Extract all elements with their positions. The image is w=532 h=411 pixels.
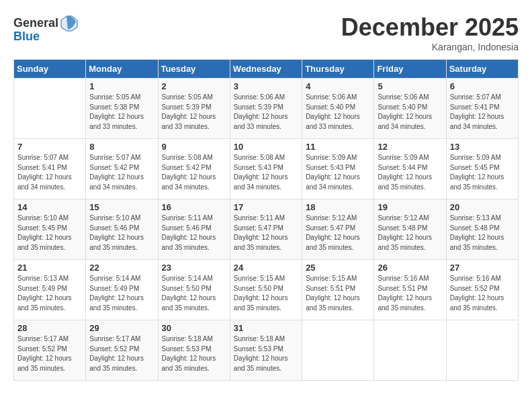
logo-general-text: General — [13, 16, 58, 30]
calendar-week-row: 21Sunrise: 5:13 AM Sunset: 5:49 PM Dayli… — [14, 260, 519, 320]
day-info: Sunrise: 5:09 AM Sunset: 5:45 PM Dayligh… — [450, 153, 515, 192]
calendar-cell — [302, 320, 374, 381]
day-number: 29 — [89, 323, 154, 333]
day-number: 13 — [450, 142, 515, 152]
page-header: General Blue December 2025 Karangan, Ind… — [13, 13, 519, 52]
day-info: Sunrise: 5:05 AM Sunset: 5:39 PM Dayligh… — [162, 93, 226, 132]
day-info: Sunrise: 5:17 AM Sunset: 5:52 PM Dayligh… — [17, 334, 82, 373]
day-info: Sunrise: 5:06 AM Sunset: 5:40 PM Dayligh… — [306, 93, 370, 132]
calendar-cell: 28Sunrise: 5:17 AM Sunset: 5:52 PM Dayli… — [14, 320, 86, 381]
calendar-cell: 7Sunrise: 5:07 AM Sunset: 5:41 PM Daylig… — [14, 139, 86, 199]
day-number: 26 — [378, 263, 442, 273]
day-number: 11 — [306, 142, 370, 152]
calendar-cell: 20Sunrise: 5:13 AM Sunset: 5:48 PM Dayli… — [446, 199, 518, 260]
calendar-cell: 12Sunrise: 5:09 AM Sunset: 5:44 PM Dayli… — [374, 139, 446, 199]
day-number: 3 — [234, 81, 298, 91]
calendar-week-row: 7Sunrise: 5:07 AM Sunset: 5:41 PM Daylig… — [14, 139, 519, 199]
day-info: Sunrise: 5:07 AM Sunset: 5:42 PM Dayligh… — [89, 153, 154, 192]
day-number: 10 — [234, 142, 298, 152]
calendar-table: SundayMondayTuesdayWednesdayThursdayFrid… — [13, 59, 519, 381]
day-number: 27 — [450, 263, 515, 273]
calendar-cell: 3Sunrise: 5:06 AM Sunset: 5:39 PM Daylig… — [230, 79, 302, 139]
weekday-header-row: SundayMondayTuesdayWednesdayThursdayFrid… — [14, 60, 519, 79]
calendar-cell: 5Sunrise: 5:06 AM Sunset: 5:40 PM Daylig… — [374, 79, 446, 139]
calendar-cell — [374, 320, 446, 381]
day-number: 21 — [17, 263, 82, 273]
calendar-cell: 29Sunrise: 5:17 AM Sunset: 5:52 PM Dayli… — [86, 320, 158, 381]
day-number: 4 — [306, 81, 370, 91]
day-info: Sunrise: 5:06 AM Sunset: 5:40 PM Dayligh… — [378, 93, 442, 132]
day-number: 23 — [162, 263, 226, 273]
day-number: 5 — [378, 81, 442, 91]
logo: General Blue — [13, 13, 79, 44]
day-info: Sunrise: 5:15 AM Sunset: 5:51 PM Dayligh… — [306, 274, 370, 313]
day-info: Sunrise: 5:10 AM Sunset: 5:45 PM Dayligh… — [17, 214, 82, 253]
day-number: 17 — [234, 202, 298, 212]
calendar-body: 1Sunrise: 5:05 AM Sunset: 5:38 PM Daylig… — [14, 79, 519, 381]
day-info: Sunrise: 5:13 AM Sunset: 5:48 PM Dayligh… — [450, 214, 515, 253]
calendar-cell: 23Sunrise: 5:14 AM Sunset: 5:50 PM Dayli… — [158, 260, 230, 320]
day-number: 14 — [17, 202, 82, 212]
calendar-cell — [14, 79, 86, 139]
day-number: 30 — [162, 323, 226, 333]
location: Karangan, Indonesia — [341, 42, 519, 52]
calendar-cell: 22Sunrise: 5:14 AM Sunset: 5:49 PM Dayli… — [86, 260, 158, 320]
day-info: Sunrise: 5:09 AM Sunset: 5:44 PM Dayligh… — [378, 153, 442, 192]
logo-icon — [60, 13, 79, 32]
day-number: 16 — [162, 202, 226, 212]
weekday-header-cell: Monday — [86, 60, 158, 79]
day-info: Sunrise: 5:08 AM Sunset: 5:43 PM Dayligh… — [234, 153, 298, 192]
day-number: 31 — [234, 323, 298, 333]
day-info: Sunrise: 5:14 AM Sunset: 5:50 PM Dayligh… — [162, 274, 226, 313]
calendar-cell: 14Sunrise: 5:10 AM Sunset: 5:45 PM Dayli… — [14, 199, 86, 260]
calendar-cell: 16Sunrise: 5:11 AM Sunset: 5:46 PM Dayli… — [158, 199, 230, 260]
day-info: Sunrise: 5:14 AM Sunset: 5:49 PM Dayligh… — [89, 274, 154, 313]
day-number: 7 — [17, 142, 82, 152]
day-info: Sunrise: 5:06 AM Sunset: 5:39 PM Dayligh… — [234, 93, 298, 132]
title-block: December 2025 Karangan, Indonesia — [341, 13, 519, 52]
day-info: Sunrise: 5:11 AM Sunset: 5:47 PM Dayligh… — [234, 214, 298, 253]
calendar-cell: 10Sunrise: 5:08 AM Sunset: 5:43 PM Dayli… — [230, 139, 302, 199]
calendar-cell: 21Sunrise: 5:13 AM Sunset: 5:49 PM Dayli… — [14, 260, 86, 320]
day-number: 18 — [306, 202, 370, 212]
day-info: Sunrise: 5:09 AM Sunset: 5:43 PM Dayligh… — [306, 153, 370, 192]
day-number: 20 — [450, 202, 515, 212]
calendar-cell: 30Sunrise: 5:18 AM Sunset: 5:53 PM Dayli… — [158, 320, 230, 381]
day-number: 22 — [89, 263, 154, 273]
day-info: Sunrise: 5:07 AM Sunset: 5:41 PM Dayligh… — [450, 93, 515, 132]
day-info: Sunrise: 5:16 AM Sunset: 5:52 PM Dayligh… — [450, 274, 515, 313]
weekday-header-cell: Wednesday — [230, 60, 302, 79]
calendar-cell — [446, 320, 518, 381]
calendar-cell: 25Sunrise: 5:15 AM Sunset: 5:51 PM Dayli… — [302, 260, 374, 320]
day-number: 25 — [306, 263, 370, 273]
day-info: Sunrise: 5:07 AM Sunset: 5:41 PM Dayligh… — [17, 153, 82, 192]
weekday-header-cell: Saturday — [446, 60, 518, 79]
day-info: Sunrise: 5:15 AM Sunset: 5:50 PM Dayligh… — [234, 274, 298, 313]
weekday-header-cell: Thursday — [302, 60, 374, 79]
calendar-cell: 27Sunrise: 5:16 AM Sunset: 5:52 PM Dayli… — [446, 260, 518, 320]
calendar-cell: 4Sunrise: 5:06 AM Sunset: 5:40 PM Daylig… — [302, 79, 374, 139]
calendar-week-row: 28Sunrise: 5:17 AM Sunset: 5:52 PM Dayli… — [14, 320, 519, 381]
calendar-cell: 24Sunrise: 5:15 AM Sunset: 5:50 PM Dayli… — [230, 260, 302, 320]
weekday-header-cell: Sunday — [14, 60, 86, 79]
day-number: 9 — [162, 142, 226, 152]
day-info: Sunrise: 5:10 AM Sunset: 5:46 PM Dayligh… — [89, 214, 154, 253]
day-info: Sunrise: 5:17 AM Sunset: 5:52 PM Dayligh… — [89, 334, 154, 373]
day-info: Sunrise: 5:12 AM Sunset: 5:47 PM Dayligh… — [306, 214, 370, 253]
calendar-cell: 8Sunrise: 5:07 AM Sunset: 5:42 PM Daylig… — [86, 139, 158, 199]
day-number: 15 — [89, 202, 154, 212]
weekday-header-cell: Friday — [374, 60, 446, 79]
calendar-cell: 11Sunrise: 5:09 AM Sunset: 5:43 PM Dayli… — [302, 139, 374, 199]
calendar-cell: 13Sunrise: 5:09 AM Sunset: 5:45 PM Dayli… — [446, 139, 518, 199]
day-info: Sunrise: 5:13 AM Sunset: 5:49 PM Dayligh… — [17, 274, 82, 313]
day-number: 1 — [89, 81, 154, 91]
weekday-header-cell: Tuesday — [158, 60, 230, 79]
calendar-cell: 9Sunrise: 5:08 AM Sunset: 5:42 PM Daylig… — [158, 139, 230, 199]
month-title: December 2025 — [341, 13, 519, 42]
day-info: Sunrise: 5:16 AM Sunset: 5:51 PM Dayligh… — [378, 274, 442, 313]
day-info: Sunrise: 5:05 AM Sunset: 5:38 PM Dayligh… — [89, 93, 154, 132]
day-number: 24 — [234, 263, 298, 273]
calendar-cell: 26Sunrise: 5:16 AM Sunset: 5:51 PM Dayli… — [374, 260, 446, 320]
day-number: 19 — [378, 202, 442, 212]
day-number: 8 — [89, 142, 154, 152]
